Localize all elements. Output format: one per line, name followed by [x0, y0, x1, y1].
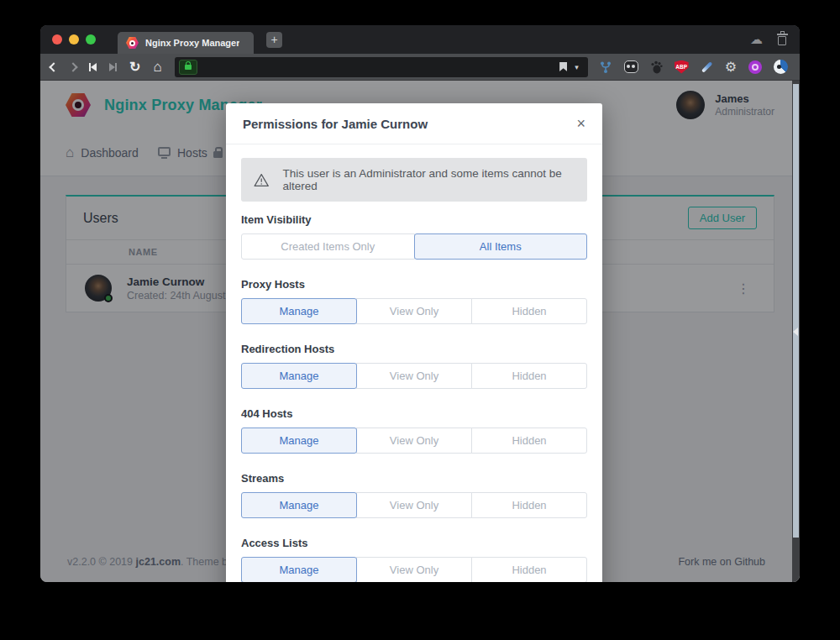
- option-manage[interactable]: Manage: [241, 557, 357, 582]
- sync-cloud-icon[interactable]: ☁: [750, 32, 763, 47]
- option-hidden[interactable]: Hidden: [471, 557, 587, 582]
- mask-icon[interactable]: [624, 60, 638, 73]
- favicon-npm-icon: [126, 37, 139, 50]
- option-view-only[interactable]: View Only: [356, 492, 472, 518]
- warning-icon: [254, 172, 269, 188]
- profile-icon[interactable]: [774, 60, 788, 74]
- pen-icon[interactable]: [701, 61, 712, 72]
- ssl-lock-icon[interactable]: [179, 60, 197, 75]
- scrollbar-thumb[interactable]: [793, 84, 799, 538]
- section-proxy-hosts: Proxy Hosts Manage View Only Hidden: [241, 278, 587, 324]
- gear-icon[interactable]: ⚙: [725, 60, 737, 74]
- close-window-button[interactable]: [52, 34, 62, 45]
- option-hidden[interactable]: Hidden: [471, 298, 587, 324]
- option-view-only[interactable]: View Only: [356, 428, 472, 454]
- section-label: Item Visibility: [241, 213, 587, 226]
- reload-button[interactable]: ↻: [129, 60, 140, 74]
- new-tab-button[interactable]: +: [266, 32, 282, 48]
- option-hidden[interactable]: Hidden: [471, 363, 587, 389]
- gnome-foot-icon[interactable]: [650, 60, 663, 74]
- forward-button[interactable]: [70, 64, 76, 71]
- permission-options: Manage View Only Hidden: [241, 557, 587, 582]
- abp-label: ABP: [675, 64, 687, 70]
- option-hidden[interactable]: Hidden: [471, 492, 587, 518]
- fast-forward-button[interactable]: [109, 63, 117, 71]
- section-label: Proxy Hosts: [241, 278, 587, 291]
- option-all-items[interactable]: All Items: [414, 233, 588, 260]
- back-button[interactable]: [50, 64, 57, 71]
- window-controls: [52, 34, 96, 45]
- extension-area: ABP ⚙: [599, 60, 790, 74]
- admin-notice: This user is an Administrator and some i…: [241, 158, 587, 202]
- section-label: Streams: [241, 472, 587, 485]
- option-view-only[interactable]: View Only: [356, 557, 472, 582]
- bookmark-icon[interactable]: [559, 62, 567, 71]
- option-view-only[interactable]: View Only: [356, 298, 472, 324]
- section-streams: Streams Manage View Only Hidden: [241, 472, 587, 518]
- option-manage[interactable]: Manage: [241, 298, 357, 324]
- section-item-visibility: Item Visibility Created Items Only All I…: [241, 213, 587, 260]
- section-label: Redirection Hosts: [241, 343, 587, 355]
- permission-options: Manage View Only Hidden: [241, 428, 587, 454]
- tab-title: Nginx Proxy Manager: [145, 38, 239, 48]
- section-redirection-hosts: Redirection Hosts Manage View Only Hidde…: [241, 343, 587, 389]
- section-404-hosts: 404 Hosts Manage View Only Hidden: [241, 407, 587, 454]
- browser-toolbar: ↻ ⌂ ▾ ABP ⚙: [40, 54, 800, 81]
- option-created-items-only[interactable]: Created Items Only: [241, 233, 415, 260]
- option-manage[interactable]: Manage: [241, 363, 357, 389]
- permissions-modal: Permissions for Jamie Curnow × This user…: [226, 103, 602, 582]
- chevron-down-icon[interactable]: ▾: [575, 63, 579, 71]
- browser-tab[interactable]: Nginx Proxy Manager: [118, 32, 254, 54]
- section-label: 404 Hosts: [241, 407, 587, 420]
- minimize-window-button[interactable]: [69, 34, 79, 45]
- permission-options: Manage View Only Hidden: [241, 298, 587, 324]
- modal-title: Permissions for Jamie Curnow: [243, 117, 428, 131]
- zoom-window-button[interactable]: [86, 34, 96, 45]
- permission-options: Manage View Only Hidden: [241, 492, 587, 518]
- address-bar[interactable]: ▾: [175, 57, 588, 77]
- close-icon[interactable]: ×: [576, 116, 585, 131]
- trash-icon[interactable]: [778, 36, 786, 45]
- browser-window: Nginx Proxy Manager + ☁ ↻ ⌂ ▾ ABP ⚙: [40, 25, 800, 582]
- tab-bar: Nginx Proxy Manager + ☁: [40, 25, 800, 54]
- option-hidden[interactable]: Hidden: [471, 428, 587, 454]
- fork-icon[interactable]: [599, 60, 612, 74]
- panel-toggle-icon[interactable]: [793, 328, 798, 336]
- web-page: Nginx Proxy Manager James Administrator …: [40, 81, 800, 582]
- home-button[interactable]: ⌂: [153, 60, 161, 74]
- admin-notice-text: This user is an Administrator and some i…: [282, 167, 575, 192]
- visibility-options: Created Items Only All Items: [241, 233, 587, 260]
- permission-options: Manage View Only Hidden: [241, 363, 587, 389]
- section-label: Access Lists: [241, 537, 587, 549]
- section-access-lists: Access Lists Manage View Only Hidden: [241, 537, 587, 582]
- option-manage[interactable]: Manage: [241, 492, 357, 518]
- purple-extension-icon[interactable]: [748, 60, 762, 74]
- option-view-only[interactable]: View Only: [356, 363, 472, 389]
- option-manage[interactable]: Manage: [241, 428, 357, 454]
- rewind-button[interactable]: [89, 63, 97, 71]
- adblock-plus-icon[interactable]: ABP: [675, 60, 689, 74]
